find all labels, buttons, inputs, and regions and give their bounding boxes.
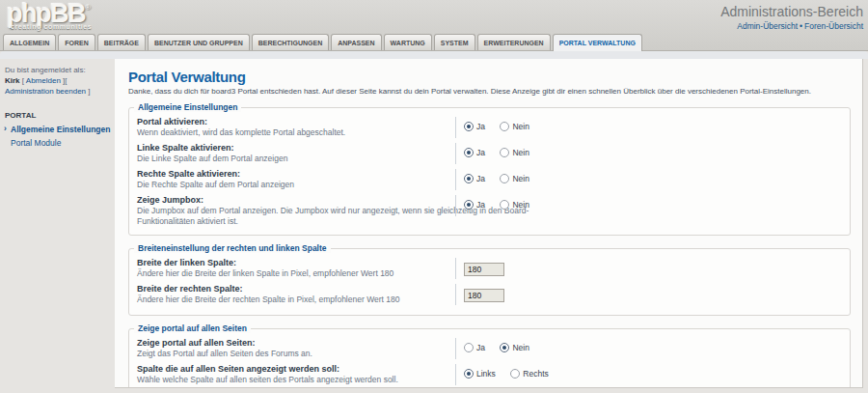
- radio-option-ja[interactable]: Ja: [464, 343, 485, 352]
- bracket: [: [22, 76, 24, 85]
- radio-option-nein[interactable]: Nein: [500, 148, 529, 157]
- radio-label: Ja: [476, 343, 485, 352]
- bracket: ]: [88, 87, 90, 96]
- radio-label: Nein: [512, 200, 529, 210]
- radio-label: Nein: [512, 122, 529, 131]
- radio-option-ja[interactable]: Ja: [464, 122, 485, 131]
- radio-option-ja[interactable]: Ja: [464, 174, 485, 183]
- radio-unchecked-icon[interactable]: [510, 369, 520, 379]
- radio-checked-icon[interactable]: [500, 343, 509, 352]
- setting-row-linke-spalte: Linke Spalte aktivieren: Die Linke Spalt…: [137, 143, 842, 165]
- end-admin-link[interactable]: Administration beenden: [5, 87, 86, 96]
- radio-option-links[interactable]: Links: [464, 369, 496, 379]
- radio-checked-icon[interactable]: [464, 200, 474, 210]
- setting-control: Ja Nein: [455, 338, 540, 359]
- setting-row-portal-aktivieren: Portal aktivieren: Wenn deaktiviert, wir…: [137, 117, 842, 139]
- tab-system[interactable]: SYSTEM: [434, 34, 475, 50]
- setting-row-breite-rechts: Breite der rechten Spalte: Ändere hier d…: [137, 284, 842, 306]
- left-column-width-input[interactable]: [464, 263, 504, 276]
- radio-checked-icon[interactable]: [464, 148, 474, 157]
- phpbb-logo-tagline: creating communities: [11, 23, 92, 30]
- setting-control: Ja Nein: [455, 169, 540, 190]
- setting-row-portal-alle-seiten: Zeige portal auf allen Seiten: Zeigt das…: [137, 338, 842, 360]
- page-title: Portal Verwaltung: [128, 69, 851, 85]
- tab-benutzer-und-gruppen[interactable]: BENUTZER UND GRUPPEN: [148, 34, 250, 50]
- fieldset-portal-alle-seiten: Zeige portal auf allen Seiten Zeige port…: [128, 328, 851, 388]
- admin-breadcrumb: Admin-Übersicht•Foren-Übersicht: [720, 21, 863, 31]
- tab-allgemein[interactable]: ALLGEMEIN: [3, 34, 56, 50]
- setting-control: [455, 284, 504, 305]
- main-panel: Du bist angemeldet als: Kirk [ Abmelden …: [0, 50, 868, 393]
- logout-link[interactable]: Abmelden: [26, 76, 61, 85]
- radio-option-nein[interactable]: Nein: [500, 343, 529, 352]
- radio-label: Nein: [512, 148, 529, 157]
- radio-checked-icon[interactable]: [464, 174, 474, 183]
- radio-unchecked-icon[interactable]: [500, 122, 509, 131]
- radio-label: Ja: [476, 148, 485, 157]
- radio-option-nein[interactable]: Nein: [500, 122, 529, 131]
- radio-label: Nein: [512, 174, 529, 183]
- radio-unchecked-icon[interactable]: [500, 200, 509, 210]
- radio-option-ja[interactable]: Ja: [464, 148, 485, 157]
- setting-row-rechte-spalte: Rechte Spalte aktivieren: Die Rechte Spa…: [137, 169, 842, 191]
- radio-unchecked-icon[interactable]: [500, 148, 509, 157]
- forum-overview-link[interactable]: Foren-Übersicht: [804, 21, 863, 31]
- panel-top-band: [0, 51, 868, 59]
- admin-head-block: Administrations-Bereich Admin-Übersicht•…: [720, 4, 863, 31]
- admin-area-title: Administrations-Bereich: [720, 4, 863, 19]
- registered-mark-icon: ®: [85, 3, 91, 12]
- radio-option-rechts[interactable]: Rechts: [510, 369, 548, 379]
- setting-row-spalte-alle-seiten: Spalte die auf allen Seiten angezeigt we…: [137, 364, 842, 386]
- radio-label: Nein: [512, 343, 529, 352]
- tab-beitraege[interactable]: BEITRÄGE: [97, 34, 146, 50]
- tab-anpassen[interactable]: ANPASSEN: [331, 34, 381, 50]
- sidebar-item-label: Allgemeine Einstellungen: [11, 125, 110, 134]
- radio-unchecked-icon[interactable]: [464, 343, 474, 352]
- bullet-separator-icon: •: [800, 21, 802, 31]
- logged-in-label: Du bist angemeldet als:: [5, 66, 86, 74]
- radio-option-nein[interactable]: Nein: [500, 200, 529, 210]
- setting-control: Links Rechts: [455, 364, 559, 385]
- radio-label: Ja: [476, 174, 485, 183]
- radio-label: Links: [476, 369, 496, 379]
- setting-row-zeige-jumpbox: Zeige Jumpbox: Die Jumpbox auf dem Porta…: [137, 195, 842, 226]
- radio-checked-icon[interactable]: [464, 369, 474, 379]
- sidebar-item-portal-module[interactable]: Portal Module: [0, 136, 115, 150]
- radio-label: Ja: [476, 200, 485, 210]
- tab-portal-verwaltung[interactable]: PORTAL VERWALTUNG: [553, 34, 642, 51]
- content-area: Portal Verwaltung Danke, dass du dich fü…: [115, 59, 863, 388]
- admin-overview-link[interactable]: Admin-Übersicht: [737, 21, 798, 31]
- phpbb-logo: phpBB® creating communities: [7, 0, 92, 30]
- radio-unchecked-icon[interactable]: [500, 174, 509, 183]
- setting-control: Ja Nein: [455, 143, 540, 164]
- fieldset-legend: Breiteneinstellung der rechten und linke…: [134, 243, 331, 253]
- tab-wartung[interactable]: WARTUNG: [384, 34, 432, 50]
- radio-option-ja[interactable]: Ja: [464, 200, 485, 210]
- sidebar: Du bist angemeldet als: Kirk [ Abmelden …: [0, 59, 115, 393]
- active-item-arrow-icon: ›: [4, 124, 7, 133]
- bracket: ][: [63, 76, 67, 85]
- setting-control: Ja Nein: [455, 195, 540, 216]
- tab-erweiterungen[interactable]: ERWEITERUNGEN: [477, 34, 551, 50]
- fieldset-legend: Allgemeine Einstellungen: [134, 102, 241, 112]
- page-description: Danke, dass du dich für board3 Portal en…: [128, 87, 851, 97]
- sidebar-item-label: Portal Module: [11, 138, 61, 148]
- setting-row-breite-links: Breite der linken Spalte: Ändere hier di…: [137, 258, 842, 280]
- tab-bar: ALLGEMEIN FOREN BEITRÄGE BENUTZER UND GR…: [3, 31, 644, 50]
- fieldset-breiteneinstellung: Breiteneinstellung der rechten und linke…: [128, 248, 851, 316]
- setting-control: [455, 258, 504, 279]
- session-info: Du bist angemeldet als: Kirk [ Abmelden …: [0, 59, 115, 97]
- setting-control: Ja Nein: [455, 117, 540, 138]
- radio-option-nein[interactable]: Nein: [500, 174, 529, 183]
- tab-foren[interactable]: FOREN: [58, 34, 95, 50]
- radio-label: Ja: [476, 122, 485, 131]
- sidebar-menu: ›Allgemeine Einstellungen Portal Module: [0, 123, 115, 150]
- fieldset-legend: Zeige portal auf allen Seiten: [134, 323, 251, 333]
- fieldset-allgemeine-einstellungen: Allgemeine Einstellungen Portal aktivier…: [128, 107, 851, 236]
- username: Kirk: [5, 76, 20, 85]
- radio-label: Rechts: [523, 369, 548, 379]
- sidebar-item-allgemeine-einstellungen[interactable]: ›Allgemeine Einstellungen: [0, 123, 115, 136]
- right-column-width-input[interactable]: [464, 289, 504, 302]
- tab-berechtigungen[interactable]: BERECHTIGUNGEN: [252, 34, 330, 50]
- radio-checked-icon[interactable]: [464, 122, 474, 131]
